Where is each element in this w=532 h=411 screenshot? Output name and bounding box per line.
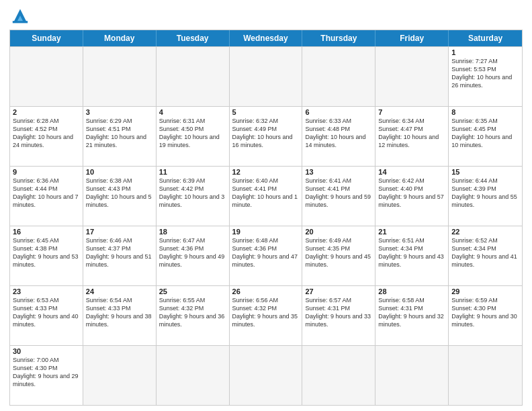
day-header-friday: Friday xyxy=(375,30,449,46)
calendar-row-2: 2Sunrise: 6:28 AM Sunset: 4:52 PM Daylig… xyxy=(10,106,522,166)
day-number: 28 xyxy=(378,287,445,295)
day-header-monday: Monday xyxy=(83,30,157,46)
day-number: 6 xyxy=(305,108,372,116)
empty-cell xyxy=(375,346,449,405)
cell-info: Sunrise: 6:39 AM Sunset: 4:42 PM Dayligh… xyxy=(159,177,226,210)
day-cell-28: 28Sunrise: 6:58 AM Sunset: 4:31 PM Dayli… xyxy=(375,286,449,345)
day-number: 22 xyxy=(451,228,519,236)
cell-info: Sunrise: 6:52 AM Sunset: 4:34 PM Dayligh… xyxy=(451,236,519,269)
day-cell-1: 1Sunrise: 7:27 AM Sunset: 5:53 PM Daylig… xyxy=(449,47,522,106)
cell-info: Sunrise: 6:36 AM Sunset: 4:44 PM Dayligh… xyxy=(13,177,80,210)
day-cell-27: 27Sunrise: 6:57 AM Sunset: 4:31 PM Dayli… xyxy=(302,286,375,345)
cell-info: Sunrise: 6:46 AM Sunset: 4:37 PM Dayligh… xyxy=(86,236,153,269)
day-cell-17: 17Sunrise: 6:46 AM Sunset: 4:37 PM Dayli… xyxy=(83,226,157,285)
calendar-row-4: 16Sunrise: 6:45 AM Sunset: 4:38 PM Dayli… xyxy=(10,226,522,285)
cell-info: Sunrise: 6:34 AM Sunset: 4:47 PM Dayligh… xyxy=(378,117,445,150)
cell-info: Sunrise: 6:48 AM Sunset: 4:36 PM Dayligh… xyxy=(232,236,300,269)
empty-cell xyxy=(83,47,157,106)
empty-cell xyxy=(302,346,375,405)
day-cell-6: 6Sunrise: 6:33 AM Sunset: 4:48 PM Daylig… xyxy=(302,107,375,166)
day-number: 8 xyxy=(451,108,519,116)
empty-cell xyxy=(83,346,157,405)
day-cell-16: 16Sunrise: 6:45 AM Sunset: 4:38 PM Dayli… xyxy=(10,226,83,285)
day-header-sunday: Sunday xyxy=(10,30,83,46)
day-number: 18 xyxy=(159,228,226,236)
cell-info: Sunrise: 6:57 AM Sunset: 4:31 PM Dayligh… xyxy=(305,296,372,329)
cell-info: Sunrise: 6:31 AM Sunset: 4:50 PM Dayligh… xyxy=(159,117,226,150)
day-number: 25 xyxy=(159,287,226,295)
day-number: 30 xyxy=(13,347,80,355)
cell-info: Sunrise: 6:59 AM Sunset: 4:30 PM Dayligh… xyxy=(451,296,519,329)
cell-info: Sunrise: 6:56 AM Sunset: 4:32 PM Dayligh… xyxy=(232,296,300,329)
day-number: 19 xyxy=(232,228,300,236)
logo-icon xyxy=(9,7,31,26)
day-number: 21 xyxy=(378,228,445,236)
day-number: 12 xyxy=(232,168,300,176)
day-number: 11 xyxy=(159,168,226,176)
day-number: 10 xyxy=(86,168,153,176)
day-number: 4 xyxy=(159,108,226,116)
day-number: 15 xyxy=(451,168,519,176)
day-cell-12: 12Sunrise: 6:40 AM Sunset: 4:41 PM Dayli… xyxy=(230,167,303,226)
day-number: 27 xyxy=(305,287,372,295)
day-cell-8: 8Sunrise: 6:35 AM Sunset: 4:45 PM Daylig… xyxy=(449,107,522,166)
day-number: 16 xyxy=(13,228,80,236)
day-number: 24 xyxy=(86,287,153,295)
day-cell-20: 20Sunrise: 6:49 AM Sunset: 4:35 PM Dayli… xyxy=(302,226,375,285)
day-number: 9 xyxy=(13,168,80,176)
day-cell-2: 2Sunrise: 6:28 AM Sunset: 4:52 PM Daylig… xyxy=(10,107,83,166)
empty-cell xyxy=(375,47,449,106)
day-cell-24: 24Sunrise: 6:54 AM Sunset: 4:33 PM Dayli… xyxy=(83,286,157,345)
day-cell-7: 7Sunrise: 6:34 AM Sunset: 4:47 PM Daylig… xyxy=(375,107,449,166)
cell-info: Sunrise: 6:35 AM Sunset: 4:45 PM Dayligh… xyxy=(451,117,519,150)
day-number: 1 xyxy=(451,48,519,56)
day-number: 3 xyxy=(86,108,153,116)
svg-rect-2 xyxy=(13,21,28,23)
day-cell-26: 26Sunrise: 6:56 AM Sunset: 4:32 PM Dayli… xyxy=(230,286,303,345)
empty-cell xyxy=(10,47,83,106)
empty-cell xyxy=(157,47,230,106)
day-header-tuesday: Tuesday xyxy=(157,30,230,46)
day-cell-30: 30Sunrise: 7:00 AM Sunset: 4:30 PM Dayli… xyxy=(10,346,83,405)
day-cell-18: 18Sunrise: 6:47 AM Sunset: 4:36 PM Dayli… xyxy=(157,226,230,285)
day-number: 29 xyxy=(451,287,519,295)
day-number: 17 xyxy=(86,228,153,236)
cell-info: Sunrise: 6:44 AM Sunset: 4:39 PM Dayligh… xyxy=(451,177,519,210)
cell-info: Sunrise: 7:27 AM Sunset: 5:53 PM Dayligh… xyxy=(451,57,519,90)
day-cell-9: 9Sunrise: 6:36 AM Sunset: 4:44 PM Daylig… xyxy=(10,167,83,226)
cell-info: Sunrise: 6:54 AM Sunset: 4:33 PM Dayligh… xyxy=(86,296,153,329)
day-cell-15: 15Sunrise: 6:44 AM Sunset: 4:39 PM Dayli… xyxy=(449,167,522,226)
day-number: 2 xyxy=(13,108,80,116)
empty-cell xyxy=(230,346,303,405)
header xyxy=(9,7,523,26)
day-number: 14 xyxy=(378,168,445,176)
calendar: SundayMondayTuesdayWednesdayThursdayFrid… xyxy=(9,30,523,406)
day-number: 5 xyxy=(232,108,300,116)
empty-cell xyxy=(230,47,303,106)
empty-cell xyxy=(449,346,522,405)
cell-info: Sunrise: 6:41 AM Sunset: 4:41 PM Dayligh… xyxy=(305,177,372,210)
calendar-row-3: 9Sunrise: 6:36 AM Sunset: 4:44 PM Daylig… xyxy=(10,166,522,226)
day-number: 23 xyxy=(13,287,80,295)
day-cell-22: 22Sunrise: 6:52 AM Sunset: 4:34 PM Dayli… xyxy=(449,226,522,285)
calendar-row-6: 30Sunrise: 7:00 AM Sunset: 4:30 PM Dayli… xyxy=(10,345,522,405)
cell-info: Sunrise: 6:51 AM Sunset: 4:34 PM Dayligh… xyxy=(378,236,445,269)
day-header-saturday: Saturday xyxy=(449,30,522,46)
day-cell-29: 29Sunrise: 6:59 AM Sunset: 4:30 PM Dayli… xyxy=(449,286,522,345)
cell-info: Sunrise: 6:32 AM Sunset: 4:49 PM Dayligh… xyxy=(232,117,300,150)
day-number: 7 xyxy=(378,108,445,116)
page: SundayMondayTuesdayWednesdayThursdayFrid… xyxy=(0,0,532,411)
cell-info: Sunrise: 6:55 AM Sunset: 4:32 PM Dayligh… xyxy=(159,296,226,329)
day-cell-4: 4Sunrise: 6:31 AM Sunset: 4:50 PM Daylig… xyxy=(157,107,230,166)
day-cell-21: 21Sunrise: 6:51 AM Sunset: 4:34 PM Dayli… xyxy=(375,226,449,285)
day-cell-25: 25Sunrise: 6:55 AM Sunset: 4:32 PM Dayli… xyxy=(157,286,230,345)
logo xyxy=(9,7,34,26)
calendar-body: 1Sunrise: 7:27 AM Sunset: 5:53 PM Daylig… xyxy=(10,46,522,405)
day-number: 26 xyxy=(232,287,300,295)
cell-info: Sunrise: 6:58 AM Sunset: 4:31 PM Dayligh… xyxy=(378,296,445,329)
day-header-wednesday: Wednesday xyxy=(230,30,303,46)
day-cell-10: 10Sunrise: 6:38 AM Sunset: 4:43 PM Dayli… xyxy=(83,167,157,226)
cell-info: Sunrise: 6:29 AM Sunset: 4:51 PM Dayligh… xyxy=(86,117,153,150)
day-cell-23: 23Sunrise: 6:53 AM Sunset: 4:33 PM Dayli… xyxy=(10,286,83,345)
empty-cell xyxy=(157,346,230,405)
